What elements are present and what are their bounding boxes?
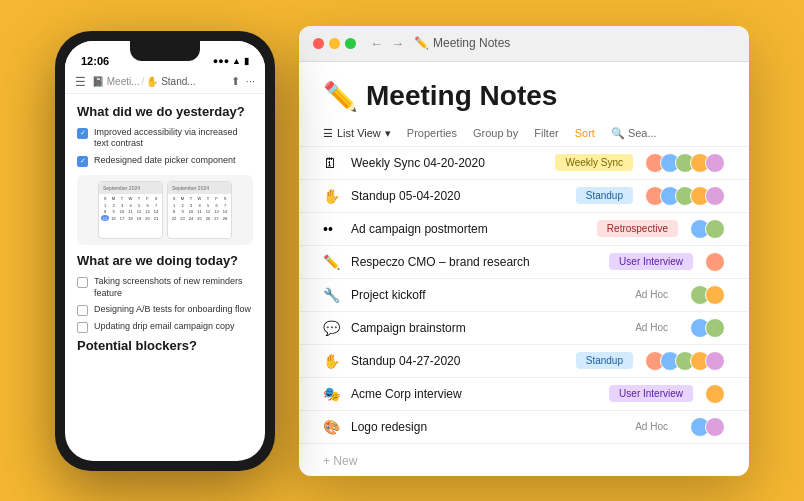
status-time: 12:06 <box>81 55 109 67</box>
checkbox[interactable] <box>77 305 88 316</box>
page-title-emoji: ✏️ <box>323 80 358 113</box>
section-yesterday: What did we do yesterday? <box>77 104 253 119</box>
avatar-group <box>705 384 725 404</box>
table-row[interactable]: 🎨Logo redesignAd Hoc <box>299 411 749 444</box>
check-text: Improved accessibility via increased tex… <box>94 127 253 150</box>
row-icon: ✋ <box>323 188 343 204</box>
more-icon[interactable]: ··· <box>246 75 255 88</box>
new-row-button[interactable]: + New <box>299 446 749 476</box>
mini-calendar-1: September 2024 SMTWTFS 1234567 891011121… <box>98 181 163 239</box>
row-icon: 💬 <box>323 320 343 336</box>
breadcrumb-notes[interactable]: 📓 Meeti... <box>92 76 140 87</box>
phone-content: What did we do yesterday? Improved acces… <box>65 94 265 454</box>
list-view-label: List View <box>337 127 381 139</box>
table-row[interactable]: 🎭Acme Corp interviewUser Interview <box>299 378 749 411</box>
row-icon: 🎭 <box>323 386 343 402</box>
cal-header: September 2024 <box>99 182 162 194</box>
avatar-group <box>690 417 725 437</box>
row-tag: Standup <box>576 187 633 204</box>
filter-button[interactable]: Filter <box>534 127 558 139</box>
avatar-group <box>645 153 725 173</box>
table-row[interactable]: 🔧Project kickoffAd Hoc <box>299 279 749 312</box>
new-row-label: + New <box>323 454 357 468</box>
row-icon: •• <box>323 221 343 237</box>
table-row[interactable]: 💬Campaign brainstormAd Hoc <box>299 312 749 345</box>
back-icon[interactable]: ← <box>370 36 383 51</box>
avatar <box>705 252 725 272</box>
row-icon: ✋ <box>323 353 343 369</box>
row-icon: 🗓 <box>323 155 343 171</box>
list-view-icon: ☰ <box>323 127 333 140</box>
avatar <box>705 219 725 239</box>
desktop-window: ← → ✏️ Meeting Notes ✏️ Meeting Notes ☰ … <box>299 26 749 476</box>
checkbox[interactable] <box>77 277 88 288</box>
breadcrumb-standup[interactable]: ✋ Stand... <box>146 76 195 87</box>
avatar-group <box>690 285 725 305</box>
phone-notch <box>130 41 200 61</box>
mini-calendar-2: September 2024 SMTWTFS 1234567 891011121… <box>167 181 232 239</box>
row-icon: 🎨 <box>323 419 343 435</box>
section-blockers: Potential blockers? <box>77 338 253 353</box>
group-by-button[interactable]: Group by <box>473 127 518 139</box>
phone-screen: 12:06 ●●● ▲ ▮ ☰ 📓 Meeti... / ✋ Stand... … <box>65 41 265 461</box>
checkbox[interactable] <box>77 128 88 139</box>
avatar <box>705 351 725 371</box>
check-text: Designing A/B tests for onboarding flow <box>94 304 251 316</box>
check-item: Designing A/B tests for onboarding flow <box>77 304 253 316</box>
check-text: Taking screenshots of new reminders feat… <box>94 276 253 299</box>
title-text: Meeting Notes <box>433 36 510 50</box>
checkbox[interactable] <box>77 156 88 167</box>
view-controls: ☰ List View ▾ Properties Group by Filter… <box>299 121 749 147</box>
table-row[interactable]: 🗓Weekly Sync 04-20-2020Weekly Sync <box>299 147 749 180</box>
minimize-button[interactable] <box>329 38 340 49</box>
avatar-group <box>690 219 725 239</box>
phone-nav-actions: ⬆ ··· <box>231 75 255 88</box>
forward-icon[interactable]: → <box>391 36 404 51</box>
row-title: Logo redesign <box>351 420 617 434</box>
share-icon[interactable]: ⬆ <box>231 75 240 88</box>
check-text: Redesigned date picker component <box>94 155 236 167</box>
wifi-icon: ▲ <box>232 56 241 66</box>
avatar <box>705 417 725 437</box>
table-container: 🗓Weekly Sync 04-20-2020Weekly Sync✋Stand… <box>299 147 749 446</box>
close-button[interactable] <box>313 38 324 49</box>
sort-button[interactable]: Sort <box>575 127 595 139</box>
check-item: Updating drip email campaign copy <box>77 321 253 333</box>
row-title: Ad campaign postmortem <box>351 222 589 236</box>
table-row[interactable]: ✋Standup 04-27-2020Standup <box>299 345 749 378</box>
row-tag: User Interview <box>609 385 693 402</box>
titlebar-nav: ← → <box>370 36 404 51</box>
checkbox[interactable] <box>77 322 88 333</box>
date-picker-image: September 2024 SMTWTFS 1234567 891011121… <box>77 175 253 245</box>
row-tag: Ad Hoc <box>625 286 678 303</box>
list-view-selector[interactable]: ☰ List View ▾ <box>323 127 391 140</box>
avatar-group <box>645 186 725 206</box>
phone-nav: ☰ 📓 Meeti... / ✋ Stand... ⬆ ··· <box>65 71 265 94</box>
table-row[interactable]: ••Ad campaign postmortemRetrospective <box>299 213 749 246</box>
search-button[interactable]: 🔍 Sea... <box>611 127 657 140</box>
row-tag: Retrospective <box>597 220 678 237</box>
row-tag: Standup <box>576 352 633 369</box>
table-row[interactable]: ✋Standup 05-04-2020Standup <box>299 180 749 213</box>
avatar-group <box>705 252 725 272</box>
page-title-text: Meeting Notes <box>366 80 557 112</box>
cal-grid: SMTWTFS 1234567 891011121314 15161718192… <box>99 194 162 224</box>
table-row[interactable]: ✏️Respeczo CMO – brand researchUser Inte… <box>299 246 749 279</box>
avatar-group <box>690 318 725 338</box>
row-title: Project kickoff <box>351 288 617 302</box>
section-today: What are we doing today? <box>77 253 253 268</box>
row-tag: Ad Hoc <box>625 418 678 435</box>
menu-icon[interactable]: ☰ <box>75 75 86 89</box>
row-title: Campaign brainstorm <box>351 321 617 335</box>
properties-button[interactable]: Properties <box>407 127 457 139</box>
row-title: Standup 04-27-2020 <box>351 354 568 368</box>
breadcrumb-sep: / <box>142 76 145 87</box>
chevron-down-icon: ▾ <box>385 127 391 140</box>
avatar <box>705 186 725 206</box>
page-title: ✏️ Meeting Notes <box>323 80 725 113</box>
window-titlebar: ← → ✏️ Meeting Notes <box>299 26 749 62</box>
row-tag: Ad Hoc <box>625 319 678 336</box>
maximize-button[interactable] <box>345 38 356 49</box>
row-title: Standup 05-04-2020 <box>351 189 568 203</box>
signal-icon: ●●● <box>213 56 229 66</box>
